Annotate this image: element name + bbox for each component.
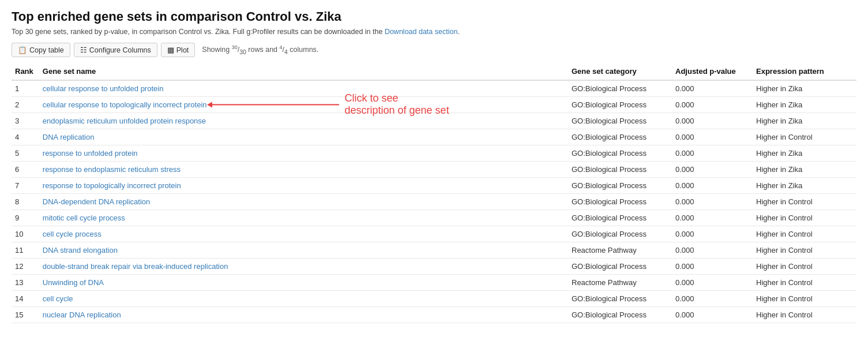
- table-row: 7response to topologically incorrect pro…: [12, 178, 856, 194]
- cell-rank: 15: [12, 307, 39, 323]
- gene-sets-table: Rank Gene set name Gene set category Adj…: [12, 63, 856, 323]
- cell-category: GO:Biological Process: [568, 178, 672, 194]
- gene-set-link[interactable]: DNA-dependent DNA replication: [43, 197, 150, 206]
- gene-set-link[interactable]: response to unfolded protein: [43, 149, 138, 158]
- cell-pvalue: 0.000: [672, 129, 753, 145]
- cell-category: GO:Biological Process: [568, 97, 672, 113]
- table-row: 8DNA-dependent DNA replicationGO:Biologi…: [12, 194, 856, 210]
- table-row: 10cell cycle processGO:Biological Proces…: [12, 226, 856, 242]
- cell-expression: Higher in Control: [753, 291, 856, 307]
- cell-gene-set-name: response to endoplasmic reticulum stress: [39, 162, 568, 178]
- table-row: 6response to endoplasmic reticulum stres…: [12, 162, 856, 178]
- cell-pvalue: 0.000: [672, 226, 753, 242]
- cell-pvalue: 0.000: [672, 113, 753, 129]
- header-rank: Rank: [12, 63, 39, 80]
- cell-pvalue: 0.000: [672, 259, 753, 275]
- header-expression: Expression pattern: [753, 63, 856, 80]
- cell-rank: 13: [12, 275, 39, 291]
- copy-table-icon: 📋: [18, 46, 27, 54]
- table-row: 1cellular response to unfolded proteinGO…: [12, 80, 856, 97]
- toolbar: 📋 Copy table ☷ Configure Columns ▩ Plot …: [12, 43, 856, 57]
- cell-category: GO:Biological Process: [568, 307, 672, 323]
- cell-rank: 1: [12, 80, 39, 97]
- cell-pvalue: 0.000: [672, 307, 753, 323]
- table-row: 13Unwinding of DNAReactome Pathway0.000H…: [12, 275, 856, 291]
- gene-set-link[interactable]: mitotic cell cycle process: [43, 214, 125, 222]
- cell-expression: Higher in Zika: [753, 162, 856, 178]
- cell-expression: Higher in Control: [753, 210, 856, 226]
- cell-gene-set-name: response to unfolded protein: [39, 145, 568, 162]
- cell-rank: 10: [12, 226, 39, 242]
- cell-category: GO:Biological Process: [568, 291, 672, 307]
- cell-category: GO:Biological Process: [568, 226, 672, 242]
- cell-category: GO:Biological Process: [568, 194, 672, 210]
- cell-pvalue: 0.000: [672, 194, 753, 210]
- cell-expression: Higher in Zika: [753, 97, 856, 113]
- cell-pvalue: 0.000: [672, 275, 753, 291]
- gene-set-link[interactable]: endoplasmic reticulum unfolded protein r…: [43, 117, 206, 125]
- cell-category: GO:Biological Process: [568, 145, 672, 162]
- gene-set-link[interactable]: response to endoplasmic reticulum stress: [43, 165, 181, 174]
- cell-expression: Higher in Zika: [753, 145, 856, 162]
- cell-category: GO:Biological Process: [568, 259, 672, 275]
- gene-set-link[interactable]: DNA strand elongation: [43, 246, 118, 255]
- cell-pvalue: 0.000: [672, 291, 753, 307]
- gene-set-link[interactable]: cellular response to unfolded protein: [43, 84, 164, 93]
- gene-set-link[interactable]: DNA replication: [43, 133, 95, 141]
- gene-set-link[interactable]: Unwinding of DNA: [43, 278, 104, 287]
- table-row: 5response to unfolded proteinGO:Biologic…: [12, 145, 856, 162]
- cell-expression: Higher in Control: [753, 226, 856, 242]
- configure-columns-label: Configure Columns: [89, 46, 151, 54]
- cell-expression: Higher in Zika: [753, 80, 856, 97]
- cell-gene-set-name: response to topologically incorrect prot…: [39, 178, 568, 194]
- cell-gene-set-name: cell cycle process: [39, 226, 568, 242]
- plot-button[interactable]: ▩ Plot: [161, 43, 196, 57]
- header-pvalue: Adjusted p-value: [672, 63, 753, 80]
- subtitle: Top 30 gene sets, ranked by p-value, in …: [12, 28, 856, 36]
- gene-set-link[interactable]: cell cycle: [43, 294, 73, 303]
- cell-gene-set-name: nuclear DNA replication: [39, 307, 568, 323]
- page-title: Top enriched gene sets in comparison Con…: [12, 9, 856, 24]
- table-row: 2cellular response to topologically inco…: [12, 97, 856, 113]
- cell-expression: Higher in Control: [753, 259, 856, 275]
- cell-pvalue: 0.000: [672, 178, 753, 194]
- cell-rank: 14: [12, 291, 39, 307]
- plot-label: Plot: [176, 46, 189, 54]
- gene-set-link[interactable]: nuclear DNA replication: [43, 310, 121, 319]
- subtitle-text: Top 30 gene sets, ranked by p-value, in …: [12, 28, 382, 36]
- configure-columns-button[interactable]: ☷ Configure Columns: [74, 43, 157, 57]
- gene-set-link[interactable]: response to topologically incorrect prot…: [43, 181, 181, 190]
- cell-expression: Higher in Zika: [753, 178, 856, 194]
- gene-set-link[interactable]: cell cycle process: [43, 230, 102, 238]
- gene-set-link[interactable]: double-strand break repair via break-ind…: [43, 262, 228, 271]
- cell-category: GO:Biological Process: [568, 129, 672, 145]
- cell-gene-set-name: cellular response to unfolded protein: [39, 80, 568, 97]
- toolbar-info: Showing 30/30 rows and 4/4 columns.: [202, 44, 318, 55]
- table-row: 15nuclear DNA replicationGO:Biological P…: [12, 307, 856, 323]
- gene-set-link[interactable]: cellular response to topologically incor…: [43, 100, 207, 109]
- cell-gene-set-name: endoplasmic reticulum unfolded protein r…: [39, 113, 568, 129]
- table-row: 4DNA replicationGO:Biological Process0.0…: [12, 129, 856, 145]
- cell-rank: 2: [12, 97, 39, 113]
- cell-pvalue: 0.000: [672, 80, 753, 97]
- cell-category: Reactome Pathway: [568, 242, 672, 259]
- table-header-row: Rank Gene set name Gene set category Adj…: [12, 63, 856, 80]
- cell-gene-set-name: DNA replication: [39, 129, 568, 145]
- cell-expression: Higher in Control: [753, 275, 856, 291]
- cell-gene-set-name: DNA-dependent DNA replication: [39, 194, 568, 210]
- table-row: 3endoplasmic reticulum unfolded protein …: [12, 113, 856, 129]
- download-link[interactable]: Download data section: [385, 28, 457, 36]
- cell-category: Reactome Pathway: [568, 275, 672, 291]
- cell-rank: 11: [12, 242, 39, 259]
- copy-table-label: Copy table: [29, 46, 64, 54]
- cell-expression: Higher in Control: [753, 242, 856, 259]
- cell-category: GO:Biological Process: [568, 162, 672, 178]
- cell-category: GO:Biological Process: [568, 80, 672, 97]
- cell-expression: Higher in Control: [753, 307, 856, 323]
- cell-rank: 12: [12, 259, 39, 275]
- copy-table-button[interactable]: 📋 Copy table: [12, 43, 70, 57]
- table-row: 14cell cycleGO:Biological Process0.000Hi…: [12, 291, 856, 307]
- cell-rank: 5: [12, 145, 39, 162]
- cell-gene-set-name: DNA strand elongation: [39, 242, 568, 259]
- header-category: Gene set category: [568, 63, 672, 80]
